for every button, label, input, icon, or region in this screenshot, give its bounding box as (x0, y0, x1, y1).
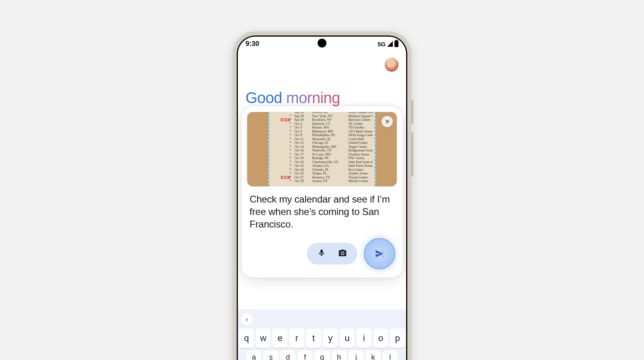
tour-venue: Kia Center (349, 168, 373, 172)
bullet-icon (290, 153, 295, 157)
tour-venue: XL Center (349, 122, 373, 126)
bullet-icon (290, 168, 295, 172)
tour-venue: State Farm Arena (349, 164, 373, 168)
profile-avatar[interactable] (385, 58, 398, 72)
key-d[interactable]: d (281, 351, 295, 360)
send-button[interactable] (364, 238, 395, 269)
greeting-heading: Good morning (237, 72, 407, 107)
tour-date: Oct 17 (295, 153, 312, 157)
close-icon: ✕ (385, 118, 390, 125)
key-e[interactable]: e (272, 329, 287, 348)
tour-date: Sep 30 (295, 118, 312, 122)
on-screen-keyboard: › qwertyuiop asdfghjkl (237, 309, 407, 360)
chevron-right-icon: › (246, 315, 248, 323)
status-time: 9:30 (246, 40, 259, 48)
key-i[interactable]: i (357, 329, 372, 348)
bullet-icon (290, 160, 295, 164)
tour-date: Oct 22 (295, 164, 312, 168)
signal-icon (387, 41, 393, 47)
key-s[interactable]: s (263, 351, 278, 360)
key-p[interactable]: p (390, 329, 405, 348)
key-t[interactable]: t (306, 329, 321, 348)
key-r[interactable]: r (289, 329, 304, 348)
status-indicators: 5G (378, 41, 398, 48)
tour-city: Atlanta, GA (312, 164, 349, 168)
tour-date: Sep 29 (295, 114, 312, 118)
tour-date: Oct 27 (295, 176, 312, 180)
key-o[interactable]: o (374, 329, 388, 348)
key-u[interactable]: u (340, 329, 355, 348)
bullet-icon (290, 137, 295, 141)
tour-venue: Chaifetz Arena (349, 153, 373, 157)
attached-image[interactable]: ✕ Sep 26Detroit, MILittle Caesars ArenaS… (247, 112, 397, 186)
tour-date: Oct 5 (295, 130, 312, 134)
tour-city: Boston, MA (312, 126, 349, 130)
key-h[interactable]: h (332, 351, 347, 360)
mic-button[interactable] (317, 248, 326, 259)
key-f[interactable]: f (297, 351, 312, 360)
tour-city: Tampa, FL (312, 172, 349, 176)
key-w[interactable]: w (256, 329, 271, 348)
key-y[interactable]: y (323, 329, 338, 348)
bullet-icon (290, 145, 295, 149)
assistant-input-card: ✕ Sep 26Detroit, MILittle Caesars ArenaS… (242, 106, 402, 277)
tour-city: St Louis, MO (312, 153, 349, 157)
tour-venue: Wells Fargo Center (349, 133, 373, 137)
bullet-icon (290, 126, 295, 130)
bullet-icon (290, 164, 295, 168)
tour-city: Brooklyn, NY (312, 118, 349, 122)
mic-icon (317, 248, 326, 257)
bullet-icon (290, 172, 295, 176)
bullet-icon (290, 122, 295, 126)
greeting-word-2: morning (286, 89, 340, 106)
tour-venue: Moody Center (349, 179, 373, 183)
tour-city: Minneapolis, MN (312, 145, 349, 149)
key-q[interactable]: q (239, 329, 254, 348)
tour-city: New York, NY (312, 114, 349, 118)
camera-icon (338, 248, 347, 257)
tour-date: Oct 14 (295, 145, 312, 149)
tour-date: Oct 16 (295, 149, 312, 153)
key-g[interactable]: g (314, 351, 329, 360)
front-camera-hole (318, 39, 326, 48)
prompt-input[interactable]: Check my calendar and see if I’m free wh… (247, 186, 397, 231)
key-k[interactable]: k (365, 351, 380, 360)
key-a[interactable]: a (246, 351, 261, 360)
volume-button[interactable] (411, 132, 413, 176)
battery-icon (394, 41, 398, 47)
tour-city: Chicago, IL (312, 141, 349, 145)
bullet-icon (290, 156, 295, 160)
tour-date: Oct 2 (295, 122, 312, 126)
media-input-pill (307, 243, 357, 265)
keyboard-expand-button[interactable]: › (241, 313, 253, 325)
tour-city: Orlando, FL (312, 168, 349, 172)
power-button[interactable] (411, 100, 413, 124)
tour-venue: Target Center (349, 145, 373, 149)
tour-date: Oct 25 (295, 172, 312, 176)
tour-venue: Toyota Center (349, 176, 373, 180)
tour-date: Oct 28 (295, 179, 312, 183)
tour-city: Baltimore, MD (312, 130, 349, 134)
tour-city: Nashville, TN (312, 149, 349, 153)
tour-venue: John Paul Jones Arena (349, 160, 373, 164)
tour-city: Montréal, QC (312, 137, 349, 141)
greeting-word-1: Good (246, 89, 282, 106)
tour-venue: Amalie Arena (349, 172, 373, 176)
bullet-icon (290, 176, 295, 180)
tour-venue: TD Garden (349, 126, 373, 130)
tour-date: Oct 20 (295, 160, 312, 164)
bullet-icon (290, 133, 295, 137)
bullet-icon (290, 114, 295, 118)
keyboard-row-2: asdfghjkl (237, 351, 407, 360)
ticket-perforation-right (375, 112, 376, 186)
bullet-icon (290, 179, 295, 183)
tour-city: Hartford, CT (312, 122, 349, 126)
key-j[interactable]: j (349, 351, 363, 360)
tour-city: Charlottesville, VA (312, 160, 349, 164)
remove-attachment-button[interactable]: ✕ (382, 116, 393, 127)
tour-venue: United Center (349, 141, 373, 145)
bullet-icon (290, 118, 295, 122)
tour-date: Oct 13 (295, 141, 312, 145)
key-l[interactable]: l (383, 351, 398, 360)
camera-button[interactable] (338, 248, 347, 259)
